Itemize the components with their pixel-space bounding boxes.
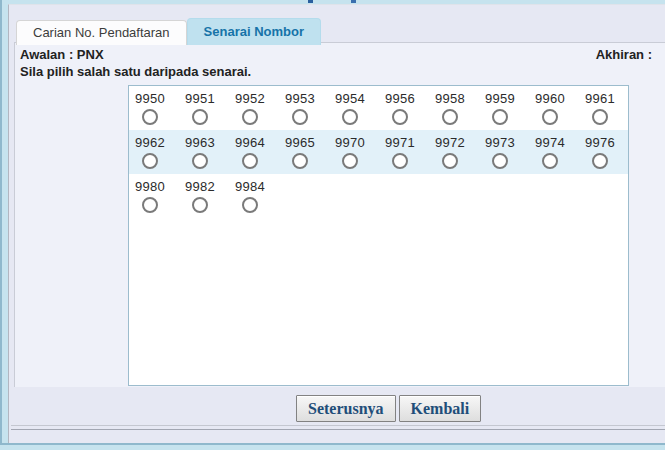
- akhiran-caption: Akhiran :: [596, 47, 652, 62]
- number-radio[interactable]: [142, 197, 158, 213]
- number-option-9971[interactable]: 9971: [379, 130, 429, 174]
- awalan-caption: Awalan :: [20, 47, 73, 62]
- number-label: 9972: [435, 135, 479, 150]
- number-radio[interactable]: [342, 153, 358, 169]
- number-grid: 9950995199529953995499569958995999609961…: [128, 85, 629, 386]
- number-option-9959[interactable]: 9959: [479, 86, 529, 130]
- number-option-9984[interactable]: 9984: [229, 174, 279, 218]
- number-label: 9965: [285, 135, 329, 150]
- number-label: 9962: [135, 135, 179, 150]
- number-radio[interactable]: [492, 153, 508, 169]
- number-option-9956[interactable]: 9956: [379, 86, 429, 130]
- number-label: 9982: [185, 179, 229, 194]
- number-label: 9952: [235, 91, 279, 106]
- number-radio[interactable]: [242, 153, 258, 169]
- number-selection-screen: { "window": { "tabs": [ { "label": "Cari…: [0, 0, 665, 450]
- number-radio[interactable]: [242, 197, 258, 213]
- seterusnya-button[interactable]: Seterusnya: [296, 395, 396, 422]
- number-radio[interactable]: [142, 109, 158, 125]
- number-label: 9953: [285, 91, 329, 106]
- instruction-text: Sila pilih salah satu daripada senarai.: [20, 64, 251, 79]
- number-label: 9954: [335, 91, 379, 106]
- number-label: 9976: [585, 135, 629, 150]
- panel-bottom-divider: [11, 425, 665, 430]
- cropped-header-artifact: [308, 0, 313, 3]
- number-radio[interactable]: [542, 109, 558, 125]
- number-label: 9964: [235, 135, 279, 150]
- number-option-9980[interactable]: 9980: [129, 174, 179, 218]
- akhiran-label: Akhiran :: [596, 47, 652, 62]
- number-option-9961[interactable]: 9961: [579, 86, 629, 130]
- number-option-9951[interactable]: 9951: [179, 86, 229, 130]
- number-option-9964[interactable]: 9964: [229, 130, 279, 174]
- number-radio[interactable]: [342, 109, 358, 125]
- number-option-9973[interactable]: 9973: [479, 130, 529, 174]
- number-radio[interactable]: [242, 109, 258, 125]
- main-panel: Carian No. Pendaftaran Senarai Nombor Aw…: [8, 4, 665, 443]
- number-option-9952[interactable]: 9952: [229, 86, 279, 130]
- number-radio[interactable]: [592, 109, 608, 125]
- number-label: 9974: [535, 135, 579, 150]
- number-option-9982[interactable]: 9982: [179, 174, 229, 218]
- number-radio[interactable]: [492, 109, 508, 125]
- number-radio[interactable]: [192, 153, 208, 169]
- number-label: 9950: [135, 91, 179, 106]
- number-option-9972[interactable]: 9972: [429, 130, 479, 174]
- number-label: 9959: [485, 91, 529, 106]
- number-label: 9960: [535, 91, 579, 106]
- number-radio[interactable]: [142, 153, 158, 169]
- number-label: 9973: [485, 135, 529, 150]
- number-radio[interactable]: [192, 197, 208, 213]
- number-option-9958[interactable]: 9958: [429, 86, 479, 130]
- number-option-9950[interactable]: 9950: [129, 86, 179, 130]
- number-option-9962[interactable]: 9962: [129, 130, 179, 174]
- number-option-9974[interactable]: 9974: [529, 130, 579, 174]
- number-radio[interactable]: [192, 109, 208, 125]
- awalan-value: PNX: [77, 47, 104, 62]
- number-radio[interactable]: [292, 153, 308, 169]
- number-option-9953[interactable]: 9953: [279, 86, 329, 130]
- tab-carian-no-pendaftaran[interactable]: Carian No. Pendaftaran: [16, 20, 187, 45]
- number-row: 9962996399649965997099719972997399749976: [129, 130, 628, 174]
- number-option-9963[interactable]: 9963: [179, 130, 229, 174]
- number-label: 9963: [185, 135, 229, 150]
- kembali-button[interactable]: Kembali: [399, 395, 482, 422]
- number-option-9970[interactable]: 9970: [329, 130, 379, 174]
- number-option-9960[interactable]: 9960: [529, 86, 579, 130]
- number-row: 998099829984: [129, 174, 628, 218]
- number-label: 9961: [585, 91, 629, 106]
- number-radio[interactable]: [592, 153, 608, 169]
- number-radio[interactable]: [392, 153, 408, 169]
- number-radio[interactable]: [542, 153, 558, 169]
- number-label: 9971: [385, 135, 429, 150]
- number-label: 9970: [335, 135, 379, 150]
- tab-bar: Carian No. Pendaftaran Senarai Nombor: [16, 18, 321, 45]
- page-frame-left-border: [0, 0, 2, 445]
- tab-page-senarai-nombor: Awalan : PNX Akhiran : Sila pilih salah …: [14, 42, 665, 387]
- awalan-label: Awalan : PNX: [20, 47, 104, 62]
- number-label: 9956: [385, 91, 429, 106]
- number-radio[interactable]: [442, 153, 458, 169]
- number-option-9954[interactable]: 9954: [329, 86, 379, 130]
- number-radio[interactable]: [292, 109, 308, 125]
- number-label: 9980: [135, 179, 179, 194]
- number-label: 9984: [235, 179, 279, 194]
- number-radio[interactable]: [442, 109, 458, 125]
- number-row: 9950995199529953995499569958995999609961: [129, 86, 628, 130]
- number-option-9976[interactable]: 9976: [579, 130, 629, 174]
- number-radio[interactable]: [392, 109, 408, 125]
- number-label: 9958: [435, 91, 479, 106]
- number-label: 9951: [185, 91, 229, 106]
- cropped-header-artifact: [351, 0, 356, 3]
- page-frame-bottom-border: [0, 443, 665, 445]
- number-option-9965[interactable]: 9965: [279, 130, 329, 174]
- tab-senarai-nombor[interactable]: Senarai Nombor: [187, 18, 321, 45]
- action-buttons: Seterusnya Kembali: [296, 395, 481, 422]
